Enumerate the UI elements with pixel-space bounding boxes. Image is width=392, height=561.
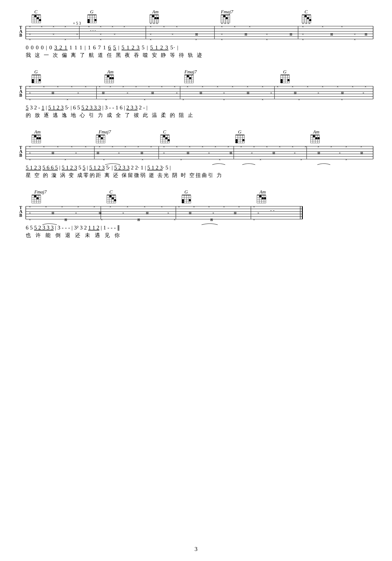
svg-text:×: × <box>298 98 300 101</box>
svg-text:×: × <box>150 38 152 41</box>
svg-text:×: × <box>29 91 31 95</box>
svg-point-13 <box>39 19 41 21</box>
svg-text:×: × <box>76 32 78 36</box>
section-3-svg: Am Fmaj7 <box>17 129 375 189</box>
svg-text:Fmaj7: Fmaj7 <box>34 189 47 194</box>
svg-text:×: × <box>180 158 182 162</box>
svg-text:×: × <box>354 38 356 41</box>
svg-text:⊠: ⊠ <box>195 32 198 36</box>
svg-point-67 <box>307 17 309 19</box>
svg-text:×: × <box>100 25 102 29</box>
svg-text:×: × <box>103 158 105 162</box>
svg-point-305 <box>235 139 238 141</box>
svg-text:×: × <box>109 205 111 209</box>
svg-text:×: × <box>172 32 174 36</box>
svg-text:×: × <box>176 91 178 95</box>
svg-text:×: × <box>176 145 178 149</box>
svg-text:×: × <box>266 38 268 41</box>
svg-text:×: × <box>64 38 66 41</box>
svg-text:G: G <box>238 129 241 134</box>
svg-point-430 <box>189 199 191 201</box>
svg-rect-295 <box>235 135 244 135</box>
svg-text:×: × <box>202 85 204 88</box>
svg-text:×: × <box>111 145 113 149</box>
svg-text:⊠: ⊠ <box>294 91 297 95</box>
svg-text:×: × <box>266 32 268 36</box>
svg-text:⊠: ⊠ <box>141 151 143 155</box>
svg-text:×: × <box>29 205 31 209</box>
svg-point-321 <box>318 137 320 139</box>
svg-rect-29 <box>150 15 159 15</box>
svg-text:×: × <box>262 85 263 88</box>
svg-text:×: × <box>234 25 236 29</box>
svg-text:×: × <box>100 32 102 36</box>
svg-text:×: × <box>71 85 73 88</box>
svg-point-266 <box>39 137 41 139</box>
svg-text:×: × <box>260 158 261 162</box>
svg-text:⊠: ⊠ <box>199 91 202 95</box>
svg-text:⊠: ⊠ <box>64 218 67 222</box>
svg-text:×: × <box>77 205 79 209</box>
svg-rect-148 <box>105 75 114 75</box>
svg-text:×: × <box>302 38 304 41</box>
svg-text:×: × <box>163 151 165 155</box>
svg-text:C: C <box>305 9 308 14</box>
svg-text:×: × <box>161 85 163 88</box>
svg-text:×: × <box>45 205 47 209</box>
svg-text:⊠: ⊠ <box>247 91 249 95</box>
svg-text:⊠: ⊠ <box>146 211 149 215</box>
svg-text:-      -: - - <box>270 207 274 213</box>
svg-text:B: B <box>19 213 22 218</box>
svg-text:0   0   0   0  |  0   3 2 1  1: 0 0 0 0 | 0 3 2 1 1 1 1 | 1 6 7 1 6 5 | … <box>26 44 179 51</box>
svg-text:×: × <box>29 98 31 101</box>
svg-text:×: × <box>307 85 309 88</box>
svg-text:G: G <box>185 189 188 194</box>
svg-text:×: × <box>208 205 210 209</box>
svg-text:×: × <box>64 158 66 162</box>
svg-rect-43 <box>221 15 230 15</box>
svg-text:×: × <box>317 91 319 95</box>
svg-text:×: × <box>93 205 95 209</box>
svg-text:Am: Am <box>34 129 41 134</box>
svg-text:⊠: ⊠ <box>360 151 363 155</box>
svg-text:×: × <box>221 25 223 29</box>
svg-text:G: G <box>283 69 286 75</box>
svg-point-429 <box>182 201 184 203</box>
svg-point-265 <box>36 137 39 139</box>
svg-rect-432 <box>257 195 266 195</box>
svg-point-25 <box>87 19 90 21</box>
svg-text:⊠: ⊠ <box>52 91 54 95</box>
svg-text:⊠: ⊠ <box>102 91 105 95</box>
svg-text:×: × <box>302 25 304 29</box>
svg-text:⊠: ⊠ <box>210 218 213 222</box>
svg-point-307 <box>242 139 244 141</box>
svg-text:Am: Am <box>259 189 266 194</box>
svg-text:×: × <box>277 85 279 88</box>
section-3: Am Fmaj7 <box>17 129 375 189</box>
svg-text:×: × <box>214 145 216 149</box>
svg-point-278 <box>98 135 101 138</box>
svg-text:×: × <box>186 85 188 88</box>
svg-text:×: × <box>148 85 150 88</box>
svg-point-144 <box>32 79 34 81</box>
svg-text:×: × <box>99 145 101 149</box>
svg-text:B: B <box>19 153 22 158</box>
svg-point-54 <box>226 17 228 19</box>
svg-point-66 <box>305 15 307 17</box>
svg-text:Am: Am <box>313 129 319 134</box>
svg-text:的 放  逐    逃 逸 地 心 引  力    成 全 : 的 放 逐 逃 逸 地 心 引 力 成 全 了 彼 此 温 柔 的 阻 止 <box>26 112 194 118</box>
section-2: G Am <box>17 69 375 129</box>
section-4-svg: Fmaj7 C <box>17 189 375 249</box>
svg-text:×: × <box>270 91 272 95</box>
svg-text:×: × <box>221 32 223 36</box>
svg-text:×: × <box>221 38 223 41</box>
svg-text:×: × <box>71 145 73 149</box>
svg-text:×: × <box>144 205 146 209</box>
svg-text:×: × <box>29 38 31 41</box>
svg-text:⊠: ⊠ <box>137 218 140 222</box>
svg-point-444 <box>264 197 266 199</box>
svg-rect-56 <box>302 15 311 15</box>
svg-text:×: × <box>345 145 347 149</box>
svg-text:×: × <box>253 205 255 209</box>
svg-text:×: × <box>29 211 31 215</box>
